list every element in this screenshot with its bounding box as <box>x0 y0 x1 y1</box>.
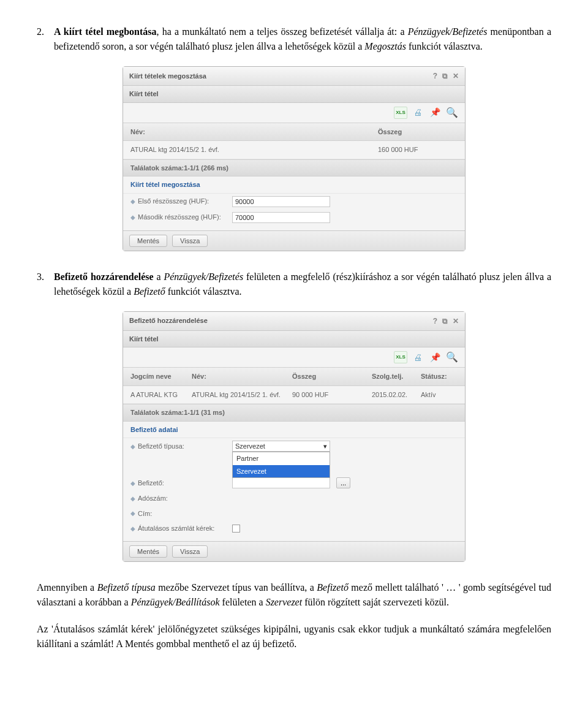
paragraph-info-2: Az 'Átutalásos számlát kérek' jelölőnégy… <box>37 622 551 651</box>
dialog-title-bar: Befizető hozzárendelése ? ⧉ ✕ <box>123 312 465 331</box>
col-name: Név: <box>130 127 378 137</box>
paragraph-2: 2. A kiírt tétel megbontása, ha a munkál… <box>37 25 551 54</box>
table-row: ATURAL ktg 2014/15/2 1. évf. 160 000 HUF <box>123 141 465 159</box>
bold-lead: A kiírt tétel megbontása <box>54 26 157 37</box>
export-xls-icon[interactable]: XLS <box>394 351 407 363</box>
close-icon[interactable]: ✕ <box>453 316 459 327</box>
pin-icon[interactable]: 📌 <box>428 351 442 363</box>
share-section-header: Kiírt tétel megosztása <box>123 176 465 194</box>
dialog-split-item: Kiírt tételek megosztása ? ⧉ ✕ Kiírt tét… <box>123 66 466 251</box>
diamond-icon: ◆ <box>130 213 135 222</box>
paragraph-3: 3. Befizető hozzárendelése a Pénzügyek/B… <box>37 270 551 299</box>
menu-path: Pénzügyek/Befizetés <box>408 26 488 37</box>
dialog-title: Kiírt tételek megosztása <box>129 71 206 82</box>
col-servdate: Szolg.telj. <box>372 371 421 382</box>
table-header: Név: Összeg <box>123 123 465 142</box>
results-count: Találatok száma:1-1/1 (31 ms) <box>123 404 465 422</box>
option-partner[interactable]: Partner <box>233 452 330 465</box>
input-first-part[interactable] <box>232 196 330 207</box>
label-address: Cím: <box>138 509 152 519</box>
help-icon[interactable]: ? <box>433 316 437 327</box>
diamond-icon: ◆ <box>130 442 135 451</box>
search-icon[interactable]: 🔍 <box>445 351 459 363</box>
form-row-second: ◆Második részösszeg (HUF): <box>123 210 465 226</box>
form-row-address: ◆Cím: <box>123 506 465 521</box>
checkbox-transfer-invoice[interactable] <box>232 525 240 533</box>
diamond-icon: ◆ <box>130 197 135 206</box>
list-number: 2. <box>37 25 54 54</box>
chevron-down-icon: ▾ <box>323 441 327 452</box>
label-first-part: Első részösszeg (HUF): <box>138 196 209 207</box>
browse-button[interactable]: ... <box>336 477 350 488</box>
paragraph-info-1: Amennyiben a Befizető típusa mezőbe Szer… <box>37 580 551 610</box>
label-transfer-invoice: Átutalásos számlát kérek: <box>138 523 214 534</box>
cell-amount: 160 000 HUF <box>378 145 458 155</box>
popout-icon[interactable]: ⧉ <box>442 70 448 82</box>
print-icon[interactable]: 🖨 <box>411 351 424 363</box>
print-icon[interactable]: 🖨 <box>411 107 424 119</box>
cell-amount: 90 000 HUF <box>292 390 372 400</box>
diamond-icon: ◆ <box>130 479 135 488</box>
results-count: Találatok száma:1-1/1 (266 ms) <box>123 159 465 177</box>
selected-value: Szervezet <box>235 441 265 452</box>
col-amount: Összeg <box>292 371 372 382</box>
close-icon[interactable]: ✕ <box>453 70 459 82</box>
table-header: Jogcím neve Név: Összeg Szolg.telj. Stát… <box>123 367 465 386</box>
cell-name: ATURAL ktg 2014/15/2 1. évf. <box>130 145 378 155</box>
dialog-assign-payer: Befizető hozzárendelése ? ⧉ ✕ Kiírt téte… <box>123 311 466 562</box>
bold-lead: Befizető hozzárendelése <box>54 271 157 282</box>
col-title: Jogcím neve <box>130 371 192 382</box>
cell-name: ATURAL ktg 2014/15/2 1. évf. <box>192 390 292 400</box>
dialog-footer: Mentés Vissza <box>123 541 465 561</box>
toolbar: XLS 🖨 📌 🔍 <box>123 103 465 123</box>
dropdown-list: Partner Szervezet <box>232 452 330 478</box>
back-button[interactable]: Vissza <box>172 235 208 247</box>
search-icon[interactable]: 🔍 <box>445 107 459 119</box>
help-icon[interactable]: ? <box>433 70 437 82</box>
col-name: Név: <box>192 371 292 382</box>
label-taxnum: Adószám: <box>138 493 168 504</box>
dialog-footer: Mentés Vissza <box>123 230 465 251</box>
menu-path: Pénzügyek/Befizetés <box>164 271 243 282</box>
export-xls-icon[interactable]: XLS <box>394 107 407 119</box>
input-second-part[interactable] <box>232 212 330 223</box>
cell-title: A ATURAL KTG <box>130 390 192 400</box>
payer-type-select[interactable]: Szervezet ▾ Partner Szervezet <box>232 441 330 452</box>
diamond-icon: ◆ <box>130 494 135 503</box>
option-szervezet[interactable]: Szervezet <box>233 465 330 478</box>
cell-status: Aktív <box>421 390 458 400</box>
table-row: A ATURAL KTG ATURAL ktg 2014/15/2 1. évf… <box>123 386 465 404</box>
label-second-part: Második részösszeg (HUF): <box>138 212 221 222</box>
col-amount: Összeg <box>378 127 458 137</box>
form-row-tax: ◆Adószám: <box>123 491 465 506</box>
back-button[interactable]: Vissza <box>172 545 208 558</box>
function-name: Megosztás <box>364 41 406 51</box>
diamond-icon: ◆ <box>130 509 135 518</box>
save-button[interactable]: Mentés <box>129 545 167 558</box>
toolbar: XLS 🖨 📌 🔍 <box>123 347 465 367</box>
form-row-type: ◆Befizető típusa: Szervezet ▾ Partner Sz… <box>123 438 465 454</box>
list-number: 3. <box>37 270 54 299</box>
input-payer[interactable] <box>232 477 330 488</box>
popout-icon[interactable]: ⧉ <box>442 316 448 327</box>
form-row-first: ◆Első részösszeg (HUF): <box>123 194 465 210</box>
function-name: Befizető <box>134 286 165 297</box>
pin-icon[interactable]: 📌 <box>428 107 442 119</box>
cell-servdate: 2015.02.02. <box>372 390 421 400</box>
form-row-transfer: ◆Átutalásos számlát kérek: <box>123 521 465 536</box>
section-header: Kiírt tétel <box>123 331 465 348</box>
label-payer: Befizető: <box>138 478 164 488</box>
label-payer-type: Befizető típusa: <box>138 441 184 452</box>
save-button[interactable]: Mentés <box>129 235 167 247</box>
dialog-title: Befizető hozzárendelése <box>129 316 208 326</box>
diamond-icon: ◆ <box>130 524 135 533</box>
section-header: Kiírt tétel <box>123 86 465 103</box>
dialog-title-bar: Kiírt tételek megosztása ? ⧉ ✕ <box>123 67 465 86</box>
col-status: Státusz: <box>421 371 458 382</box>
payer-section-header: Befizető adatai <box>123 422 465 439</box>
